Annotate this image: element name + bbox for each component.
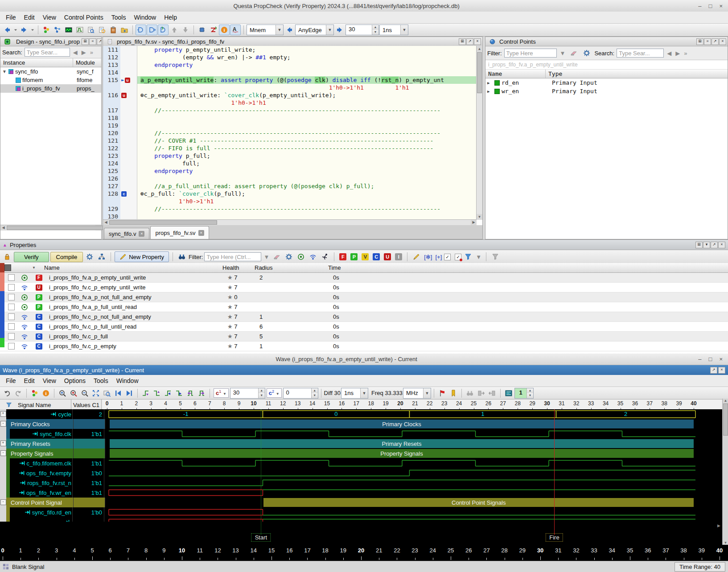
editor-vscrollbar[interactable]: ▲▼: [476, 46, 482, 220]
expand-icon[interactable]: +: [0, 440, 6, 446]
signal-filter-icon[interactable]: [4, 399, 14, 410]
arrange-icon[interactable]: «: [89, 38, 96, 45]
forward-button[interactable]: [19, 25, 29, 35]
menu-help[interactable]: Help: [160, 12, 181, 23]
signal-wave[interactable]: [104, 478, 724, 488]
cursor1-badge[interactable]: c1 ▼: [214, 388, 229, 397]
dock-icon[interactable]: ⊞: [459, 38, 466, 45]
close-icon[interactable]: ×: [719, 356, 723, 362]
undock-icon[interactable]: ↗: [711, 242, 718, 248]
design-search-input[interactable]: [25, 48, 70, 57]
show-asserts-icon[interactable]: [296, 251, 306, 262]
cursor1-time-spinner[interactable]: 30 ▲ ▼: [230, 388, 265, 399]
next-edge-button[interactable]: [334, 25, 345, 35]
scroll-up-icon[interactable]: ▲: [723, 399, 728, 403]
apply-filter-icon[interactable]: [463, 251, 473, 262]
sort-icon[interactable]: ▼: [26, 266, 41, 270]
next-edge-icon[interactable]: [196, 388, 207, 399]
zoom-fit-icon[interactable]: [90, 388, 101, 399]
wave-group-row[interactable]: -Property SignalsProperty Signals: [0, 449, 722, 458]
expand-all-icon[interactable]: [✻]: [423, 254, 433, 260]
cp-col-name[interactable]: Name: [485, 70, 546, 78]
col-name[interactable]: Name: [41, 264, 222, 271]
cp-expander-icon[interactable]: ▶: [487, 81, 493, 85]
spin-down-icon[interactable]: ▼: [259, 393, 265, 398]
zoom-mode-icon[interactable]: [102, 388, 112, 399]
header-select-icon[interactable]: [4, 264, 11, 271]
filter-i-badge[interactable]: I: [395, 253, 402, 260]
wave-view-icon[interactable]: [74, 25, 85, 35]
property-checkbox[interactable]: [8, 343, 15, 350]
hierarchy-icon[interactable]: [96, 251, 107, 262]
collapse-icon[interactable]: -: [0, 499, 6, 505]
property-checkbox[interactable]: [8, 304, 15, 310]
scroll-down-icon[interactable]: ▼: [723, 541, 728, 545]
netlist-icon[interactable]: [52, 25, 63, 35]
spin-up-icon[interactable]: ▲: [372, 25, 378, 30]
find-icon[interactable]: [177, 251, 187, 262]
cp-search-prev-icon[interactable]: ◀: [666, 50, 672, 57]
cursor2-badge[interactable]: c2 ▼: [267, 388, 282, 397]
spin-up-icon[interactable]: ▲: [259, 388, 265, 393]
chevron-down-icon[interactable]: ▼: [400, 25, 408, 35]
filter-p-badge[interactable]: P: [350, 253, 358, 260]
dock-icon[interactable]: ⊞: [696, 38, 703, 45]
mnemonic-select[interactable]: Mnem▼: [247, 25, 284, 35]
lint-check-icon[interactable]: A: [230, 25, 241, 35]
run-status-icon[interactable]: [41, 25, 52, 35]
cp-filter-input[interactable]: [504, 49, 557, 58]
signal-wave[interactable]: Property Signals: [105, 449, 722, 458]
property-row[interactable]: Pi_props_fifo_fv.a_p_full_until_read★ 70…: [0, 302, 728, 312]
chip-view-icon[interactable]: [197, 25, 207, 35]
clear-all-filter-icon[interactable]: [490, 251, 501, 262]
cycle-count-spinner[interactable]: 30 ▲ ▼: [345, 25, 379, 35]
run-status-icon[interactable]: [29, 388, 40, 399]
open-run-icon[interactable]: [119, 25, 130, 35]
go-first-icon[interactable]: [113, 388, 123, 399]
assert-mode-icon[interactable]: [147, 25, 157, 35]
new-property-button[interactable]: New Property: [115, 251, 169, 262]
property-checkbox[interactable]: [8, 323, 15, 330]
filter-c-badge[interactable]: C: [373, 253, 380, 260]
wave-vscrollbar[interactable]: ▲▼: [722, 399, 728, 545]
property-row[interactable]: Pi_props_fifo_fv.a_p_not_full_and_empty★…: [0, 292, 728, 302]
close-icon[interactable]: ×: [719, 3, 723, 9]
spin-down-icon[interactable]: ▼: [527, 393, 533, 398]
spin-down-icon[interactable]: ▼: [312, 393, 318, 398]
collapse-icon[interactable]: ▲: [3, 243, 7, 247]
close-icon[interactable]: ×: [718, 367, 725, 374]
wave-menu-options[interactable]: Options: [60, 375, 90, 386]
collapse-icon[interactable]: -: [0, 450, 6, 456]
memory-view-icon[interactable]: [63, 25, 74, 35]
maximize-icon[interactable]: □: [709, 356, 712, 362]
spin-up-icon[interactable]: ▲: [527, 388, 533, 393]
expand-icon[interactable]: +: [0, 411, 6, 417]
menu-control-points[interactable]: Control Points: [60, 12, 107, 23]
wave-menu-view[interactable]: View: [39, 375, 60, 386]
col-health[interactable]: Health: [222, 264, 255, 271]
frequency-unit-select[interactable]: MHz▼: [403, 388, 431, 399]
prev-rise-icon[interactable]: [163, 388, 173, 399]
filter-v-badge[interactable]: V: [362, 253, 369, 260]
property-checkbox[interactable]: [8, 333, 15, 340]
property-checkbox[interactable]: [8, 294, 15, 300]
scroll-up-icon[interactable]: ▲: [477, 46, 482, 52]
zoom-out-icon[interactable]: [79, 388, 90, 399]
cp-expander-icon[interactable]: ▶: [487, 89, 493, 94]
spin-up-icon[interactable]: ▲: [312, 388, 318, 393]
wave-signal-row[interactable]: +cycle2-1012: [0, 409, 722, 419]
property-row[interactable]: Ci_props_fifo_fv.c_p_not_full_and_empty★…: [0, 312, 728, 322]
tab-sync_fifo.v[interactable]: sync_fifo.v×: [104, 228, 149, 239]
wave-group-row[interactable]: -Control Point SignalControl Point Signa…: [0, 498, 722, 507]
collapse-all-icon[interactable]: [+]: [434, 254, 443, 260]
filter-f-badge[interactable]: F: [339, 253, 346, 260]
wave-signal-row[interactable]: [0, 517, 722, 522]
scroll-thumb[interactable]: [723, 403, 728, 436]
tab-close-icon[interactable]: ×: [198, 230, 204, 236]
cp-col-type[interactable]: Type: [546, 70, 728, 78]
insert-before-icon[interactable]: [476, 388, 486, 399]
edge-type-select[interactable]: AnyEdge▼: [295, 25, 334, 35]
signal-wave[interactable]: Primary Resets: [105, 439, 722, 449]
wave-menu-edit[interactable]: Edit: [20, 375, 39, 386]
prev-edge-icon[interactable]: [185, 388, 196, 399]
